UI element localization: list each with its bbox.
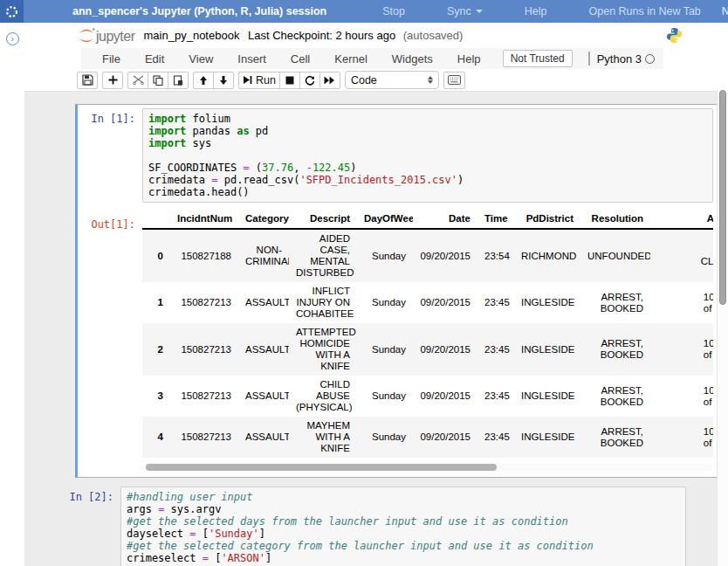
table-cell: ARREST, BOOKED	[580, 323, 650, 376]
row-index: 0	[142, 229, 170, 282]
autosave-status: (autosaved)	[403, 29, 464, 42]
fast-forward-icon	[324, 76, 335, 85]
notebook-title: main_py_notebook Last Checkpoint: 2 hour…	[144, 29, 464, 42]
table-cell: INGLESIDE	[514, 323, 580, 376]
table-cell: INGLESIDE	[514, 282, 580, 323]
sync-menu-button[interactable]: Sync	[447, 5, 483, 17]
command-palette-button[interactable]	[443, 72, 465, 89]
keyboard-icon	[448, 75, 461, 85]
scrollbar-thumb[interactable]	[719, 90, 726, 305]
stop-kernel-button[interactable]	[279, 72, 300, 89]
input-prompt: In [1]:	[78, 108, 142, 203]
table-cell: RICHMOND	[514, 229, 580, 282]
table-cell: 23:45	[477, 417, 514, 458]
cut-cells-button[interactable]	[127, 72, 148, 89]
open-runs-link[interactable]: Open Runs in New Tab	[589, 5, 701, 17]
scrollbar-thumb[interactable]	[146, 464, 497, 471]
code-cell-2[interactable]: In [2]: #handling user inputargs = sys.a…	[49, 487, 721, 566]
expand-sidebar-icon[interactable]: ›	[6, 32, 19, 45]
menu-kernel[interactable]: Kernel	[322, 52, 380, 66]
table-cell: UNFOUNDED	[580, 229, 650, 282]
dataframe-output: IncidntNumCategoryDescriptDayOfWeekDateT…	[142, 210, 713, 458]
menu-cell[interactable]: Cell	[278, 52, 322, 66]
row-index: 3	[142, 376, 170, 417]
table-cell: MAYHEM WITH A KNIFE	[289, 417, 357, 458]
kernel-name: Python 3	[597, 52, 642, 66]
add-cell-button[interactable]	[102, 72, 123, 89]
session-title: ann_spencer's Jupyter (Python, R, Julia)…	[72, 5, 326, 17]
page-vertical-scrollbar[interactable]	[717, 88, 728, 566]
divider	[588, 52, 590, 66]
notebook-header: jupyter main_py_notebook Last Checkpoint…	[24, 23, 728, 48]
table-cell: ASSAULT	[238, 417, 289, 458]
table-cell: ARREST, BOOKED	[580, 417, 650, 458]
cell-type-select[interactable]: Code	[345, 71, 439, 89]
menu-file[interactable]: File	[90, 52, 133, 66]
run-label: Run	[256, 74, 276, 86]
session-spinner-icon	[0, 0, 24, 23]
menu-view[interactable]: View	[176, 52, 225, 66]
session-bar: ann_spencer's Jupyter (Python, R, Julia)…	[0, 0, 728, 23]
table-row: 3150827213ASSAULTCHILD ABUSE (PHYSICAL)S…	[142, 376, 713, 417]
restart-icon	[305, 75, 315, 86]
restart-kernel-button[interactable]	[299, 72, 320, 89]
run-cell-button[interactable]: Run	[238, 72, 280, 89]
menu-row: File Edit View Insert Cell Kernel Widget…	[24, 48, 728, 69]
code-cell-1[interactable]: In [1]: import foliumimport pandas as pd…	[75, 104, 718, 478]
code-editor-2[interactable]: #handling user inputargs = sys.argv#get …	[120, 487, 686, 566]
table-cell: NON- CRIMINAL	[238, 229, 289, 282]
stop-icon	[285, 76, 294, 85]
help-button[interactable]: Help	[525, 5, 547, 17]
column-header: Category	[238, 210, 289, 229]
menu-widgets[interactable]: Widgets	[380, 52, 445, 66]
table-cell: 23:45	[477, 282, 514, 323]
not-trusted-button[interactable]: Not Trusted	[503, 50, 573, 67]
stop-session-button[interactable]: Stop	[382, 5, 405, 17]
table-cell: INGLESIDE	[514, 376, 580, 417]
column-header: Resolution	[580, 210, 650, 229]
table-cell: AIDED CASE, MENTAL DISTURBED	[289, 229, 357, 282]
table-cell: 150827213	[170, 282, 238, 323]
column-header: Date	[413, 210, 477, 229]
table-cell: 150827188	[170, 229, 238, 282]
column-header: Ad	[650, 210, 713, 229]
menu-help[interactable]: Help	[445, 52, 493, 66]
output-horizontal-scrollbar[interactable]	[142, 463, 713, 472]
table-cell: 100 of L	[650, 417, 713, 458]
table-cell: 100 of L	[650, 376, 713, 417]
input-prompt: In [2]:	[49, 487, 120, 566]
notebook-toolbar: Run Code	[24, 69, 728, 92]
cell-1-output: Out[1]: IncidntNumCategoryDescriptDayOfW…	[78, 210, 713, 458]
table-cell: 100 of L	[650, 323, 713, 376]
copy-cells-button[interactable]	[148, 72, 168, 89]
column-header: DayOfWeek	[357, 210, 413, 229]
jupyter-logo-icon[interactable]: jupyter	[77, 27, 135, 45]
menu-insert[interactable]: Insert	[225, 52, 278, 66]
table-cell: CHILD ABUSE (PHYSICAL)	[289, 376, 357, 417]
paste-cells-button[interactable]	[168, 72, 189, 89]
move-cell-up-button[interactable]	[193, 72, 214, 89]
table-cell: 09/20/2015	[413, 417, 477, 458]
table-cell: 23:45	[477, 376, 514, 417]
move-cell-down-button[interactable]	[213, 72, 234, 89]
table-cell: Sunday	[357, 282, 413, 323]
cut-icon	[133, 75, 144, 85]
table-cell: 150827213	[170, 417, 238, 458]
column-header: IncidntNum	[170, 210, 238, 229]
save-button[interactable]	[77, 72, 98, 89]
table-cell: ATTEMPTED HOMICIDE WITH A KNIFE	[289, 323, 357, 376]
output-prompt: Out[1]:	[78, 210, 142, 458]
notebook-name[interactable]: main_py_notebook	[144, 29, 240, 42]
row-index: 2	[142, 323, 170, 376]
menu-edit[interactable]: Edit	[133, 52, 176, 66]
column-header: PdDistrict	[514, 210, 580, 229]
code-editor-1[interactable]: import foliumimport pandas as pdimport s…	[142, 108, 713, 203]
table-cell: ARREST, BOOKED	[580, 282, 650, 323]
restart-run-all-button[interactable]	[319, 72, 340, 89]
save-icon	[82, 74, 93, 86]
table-cell: ASSAULT	[238, 323, 289, 376]
paste-icon	[173, 75, 183, 86]
add-cell-icon	[108, 75, 118, 85]
table-cell: 23:45	[477, 323, 514, 376]
table-row: 0150827188NON- CRIMINALAIDED CASE, MENTA…	[142, 229, 713, 282]
